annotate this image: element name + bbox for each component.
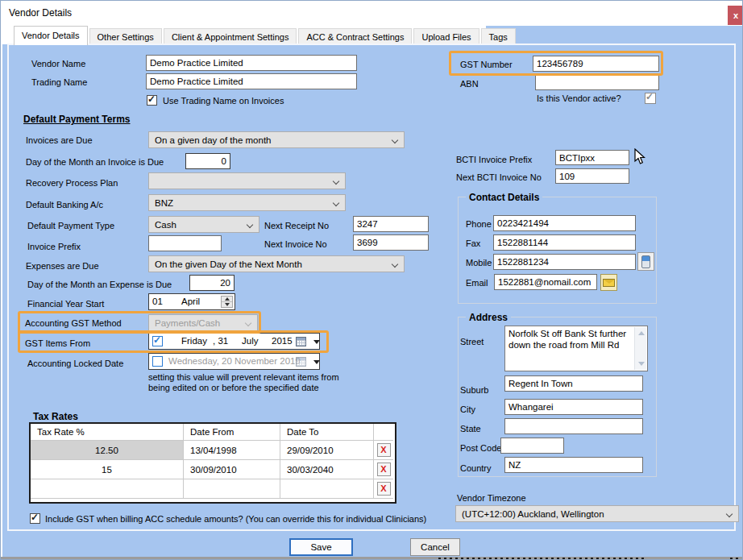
tab-tags[interactable]: Tags [481, 28, 516, 45]
post-code-input[interactable] [500, 438, 564, 454]
table-row[interactable]: 12.50 13/04/1998 29/09/2010 X [31, 441, 395, 460]
table-row[interactable]: 15 30/09/2010 30/03/2040 X [31, 460, 395, 479]
gst-items-from-weekday: Friday [181, 336, 207, 346]
calendar-icon[interactable] [296, 337, 306, 346]
date-from-cell[interactable] [184, 479, 280, 499]
invoices-are-due-select[interactable]: On a given day of the month [148, 131, 405, 148]
locked-date-note-line1: setting this value will prevent relevant… [148, 372, 339, 382]
financial-year-start-control[interactable]: 01 April [148, 293, 235, 310]
next-receipt-no-label: Next Receipt No [264, 221, 329, 230]
country-input[interactable] [504, 457, 643, 473]
include-gst-checkbox[interactable] [30, 513, 40, 524]
scrollbar-up-icon[interactable] [638, 331, 645, 335]
gst-number-input[interactable] [533, 56, 659, 72]
gst-items-from-datepicker[interactable]: Friday , 31 July 2015 [148, 333, 320, 350]
title-bar: Vendor Details [1, 1, 742, 25]
scrollbar-down-icon[interactable] [638, 362, 645, 366]
gst-number-label: GST Number [460, 60, 513, 69]
tax-rate-cell[interactable]: 12.50 [31, 441, 184, 460]
dropdown-arrow-icon[interactable] [313, 360, 320, 364]
day-expense-due-label: Day of the Month an Expense is Due [27, 280, 172, 289]
save-button[interactable]: Save [289, 538, 353, 556]
cancel-button[interactable]: Cancel [410, 538, 460, 556]
phone-input[interactable] [493, 215, 636, 231]
invoice-prefix-input[interactable] [148, 235, 222, 251]
email-label: Email [466, 278, 488, 288]
street-value: Norfolk St off Bank St further down the … [508, 329, 626, 350]
city-input[interactable] [504, 399, 643, 415]
vendor-name-input[interactable] [146, 55, 357, 71]
date-to-header: Date To [280, 424, 374, 441]
tab-label: Client & Appointment Settings [172, 32, 289, 42]
default-banking-label: Default Banking A/c [26, 200, 103, 209]
state-input[interactable] [504, 418, 643, 434]
next-bcti-invoice-no-input[interactable] [555, 168, 629, 184]
contact-details-title: Contact Details [466, 192, 542, 203]
tax-rates-header-row: Tax Rate % Date From Date To [31, 424, 395, 441]
chevron-down-icon [333, 200, 339, 206]
tab-label: Other Settings [98, 32, 154, 42]
next-receipt-no-input[interactable] [353, 216, 429, 232]
fax-input[interactable] [493, 234, 636, 251]
tab-other-settings[interactable]: Other Settings [89, 28, 162, 45]
send-sms-button[interactable] [637, 252, 654, 271]
gst-items-from-label: GST Items From [25, 338, 90, 348]
tax-rate-cell[interactable]: 15 [31, 460, 184, 479]
tab-upload-files[interactable]: Upload Files [413, 28, 479, 45]
accounting-gst-method-select[interactable]: Payments/Cash [148, 314, 258, 331]
tax-rate-cell[interactable] [31, 479, 184, 499]
send-email-button[interactable] [600, 274, 617, 291]
vendor-timezone-select[interactable]: (UTC+12:00) Auckland, Wellington [455, 505, 739, 522]
email-input[interactable] [494, 274, 597, 290]
tab-client-appointment-settings[interactable]: Client & Appointment Settings [164, 28, 297, 45]
delete-row-button[interactable]: X [377, 443, 391, 457]
bcti-invoice-prefix-label: BCTI Invoice Prefix [456, 155, 532, 164]
email-envelope-icon [603, 279, 615, 287]
tab-vendor-details[interactable]: Vendor Details [14, 26, 88, 45]
mobile-phone-icon [641, 255, 650, 268]
street-input[interactable]: Norfolk St off Bank St further down the … [504, 326, 648, 371]
close-button[interactable]: x [728, 6, 743, 25]
abn-input[interactable] [535, 74, 659, 90]
dropdown-arrow-icon[interactable] [313, 340, 320, 344]
day-invoice-due-label: Day of the Month an Invoice is Due [26, 157, 164, 167]
day-invoice-due-input[interactable] [185, 153, 230, 169]
use-trading-name-checkbox[interactable] [147, 95, 157, 106]
spinner-down-icon[interactable] [222, 302, 232, 307]
calendar-icon[interactable] [296, 357, 306, 367]
bcti-invoice-prefix-input[interactable] [555, 150, 629, 165]
date-from-cell[interactable]: 30/09/2010 [184, 460, 280, 479]
financial-year-spinner[interactable] [221, 296, 233, 308]
next-bcti-invoice-no-label: Next BCTI Invoice No [456, 172, 542, 182]
date-to-cell[interactable] [280, 479, 374, 499]
vendor-details-window: Vendor Details x Vendor Details Other Se… [0, 0, 743, 560]
date-from-cell[interactable]: 13/04/1998 [184, 441, 280, 460]
vendor-active-checkbox[interactable] [645, 93, 656, 104]
default-payment-type-select[interactable]: Cash [148, 216, 259, 233]
accounting-locked-date-checkbox[interactable] [152, 356, 163, 367]
accounting-locked-date-datepicker[interactable]: Wednesday, 20 November 2019 [148, 353, 320, 370]
abn-label: ABN [460, 79, 479, 89]
spinner-up-icon[interactable] [222, 297, 232, 302]
recovery-process-plan-select[interactable] [148, 172, 346, 189]
delete-row-button[interactable]: X [377, 463, 391, 476]
mobile-input[interactable] [493, 254, 636, 270]
date-to-cell[interactable]: 29/09/2010 [280, 441, 374, 460]
tab-acc-contract-settings[interactable]: ACC & Contract Settings [298, 28, 412, 45]
day-expense-due-input[interactable] [189, 275, 235, 291]
trading-name-input[interactable] [146, 73, 357, 89]
table-row[interactable]: X [31, 479, 395, 499]
gst-items-from-checkbox[interactable] [152, 336, 163, 346]
financial-year-start-label: Financial Year Start [27, 299, 104, 309]
next-invoice-no-input[interactable] [353, 234, 429, 251]
suburb-input[interactable] [504, 375, 643, 392]
street-scrollbar[interactable] [634, 327, 646, 370]
delete-row-button[interactable]: X [377, 482, 391, 496]
fax-label: Fax [466, 239, 480, 248]
window-title: Vendor Details [9, 7, 72, 19]
accounting-gst-method-value: Payments/Cash [155, 318, 220, 328]
default-banking-select[interactable]: BNZ [148, 194, 346, 211]
accounting-locked-date-value: Wednesday, 20 November 2019 [168, 356, 301, 366]
date-to-cell[interactable]: 30/03/2040 [280, 460, 374, 479]
expenses-are-due-select[interactable]: On the given Day of the Next Month [148, 255, 405, 272]
